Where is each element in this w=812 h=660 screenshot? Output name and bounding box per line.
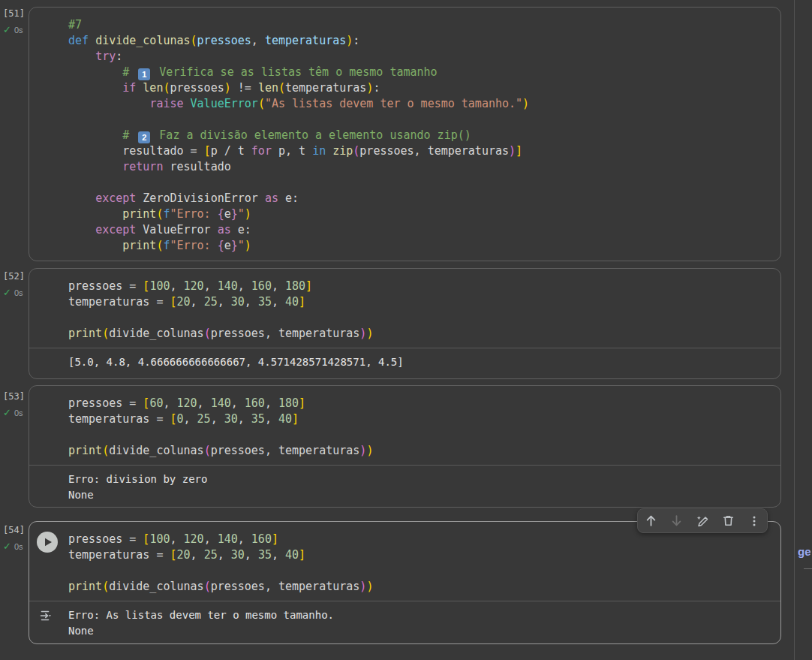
code-token: ) [522,97,529,110]
code-token [68,160,122,173]
code-cell[interactable]: #7def divide_colunas(pressoes, temperatu… [29,7,781,261]
code-token: 35 [251,412,265,426]
code-token: 25 [204,548,218,562]
code-editor[interactable]: pressoes = [100, 120, 140, 160, 180]temp… [29,269,780,348]
move-cell-down-button[interactable] [668,512,686,530]
code-token: , [251,34,265,47]
code-cell[interactable]: pressoes = [100, 120, 140, 160]temperatu… [29,521,781,644]
code-token: ] [299,295,305,309]
code-line: print(divide_colunas(pressoes, temperatu… [68,579,774,595]
execution-time: 0s [14,408,23,417]
arrow-down-icon [669,514,684,528]
code-token: divide_colunas [95,34,190,47]
code-token [68,128,122,142]
execution-count[interactable]: [52] [3,271,29,282]
code-token: " [238,207,245,221]
clipped-panel-link[interactable]: ge [798,545,811,558]
code-token: ] [292,412,299,426]
code-line: resultado = [p / t for p, t in zip(press… [68,143,774,159]
run-cell-button[interactable] [37,532,58,553]
code-line: # 1 Verifica se as listas têm o mesmo ta… [68,65,774,80]
code-token: 140 [211,396,231,410]
success-check-icon: ✓ [3,408,11,417]
code-token: [ [170,548,176,562]
code-token: temperaturas = [68,548,170,562]
code-token: pressoes, temperaturas [211,327,360,340]
code-token: ( [204,327,211,340]
output-line: None [68,487,774,503]
code-token: 30 [224,412,238,426]
code-token: print [68,444,102,457]
execution-time: 0s [14,288,23,297]
code-token [326,144,332,158]
code-line [68,563,774,579]
code-cell[interactable]: pressoes = [100, 120, 140, 160, 180]temp… [29,268,781,379]
code-cell[interactable]: pressoes = [60, 120, 140, 160, 180]tempe… [29,385,781,508]
code-token: 100 [149,532,170,546]
code-token: ) [366,444,373,457]
code-token: , [218,295,231,309]
code-token: ZeroDivisionError [143,191,265,205]
code-token: 35 [258,548,272,562]
output-line: Erro: division by zero [68,472,774,487]
code-token [68,239,122,252]
code-token: ( [204,580,211,593]
code-token: , [204,532,218,546]
code-token: : [353,34,359,47]
code-line: print(f"Erro: {e}") [68,206,774,222]
code-editor[interactable]: #7def divide_colunas(pressoes, temperatu… [29,8,780,260]
code-token: Faz a divisão elemento a elemento usando… [152,128,471,142]
code-token: 0 [177,412,184,426]
code-line: except ValueError as e: [68,222,774,238]
code-token: , [272,548,285,562]
code-token: ValueError [143,223,217,237]
code-token: ( [353,144,359,158]
cell-output: Erro: division by zeroNone [68,472,774,503]
edit-with-ai-button[interactable] [693,512,711,530]
code-token: 140 [218,532,238,546]
cell-gutter: [52] ✓ 0s [3,271,29,297]
code-token: 180 [285,279,305,293]
code-token: , [170,532,183,546]
code-token [68,81,122,95]
code-token: 20 [177,295,191,309]
output-line: Erro: As listas devem ter o mesmo tamanh… [68,607,774,623]
code-line: print(f"Erro: {e}") [68,238,774,254]
code-token: { [218,239,224,252]
code-token: len [258,81,278,95]
cell-gutter: [51] ✓ 0s [3,8,29,35]
keycap-digit-badge: 1 [138,68,150,80]
code-token: print [122,207,156,221]
code-token: : [245,223,251,237]
code-token: def [68,34,95,47]
keycap-digit-badge: 2 [138,131,150,143]
code-token: pressoes, temperaturas [359,144,509,158]
cell-gutter: [54] ✓ 0s [3,525,29,551]
execution-count[interactable]: [54] [3,525,29,535]
code-line [68,310,774,326]
delete-cell-button[interactable] [719,512,737,530]
execution-status: ✓ 0s [3,408,29,417]
code-token: len [143,81,163,95]
code-editor[interactable]: pressoes = [100, 120, 140, 160]temperatu… [29,522,780,601]
execution-count[interactable]: [53] [3,391,29,402]
code-token: : [373,81,380,95]
code-line: #7 [68,17,774,33]
code-token: , [218,548,231,562]
move-cell-up-button[interactable] [642,512,660,530]
output-options-icon[interactable] [38,608,53,626]
code-token: pressoes [197,34,251,47]
code-line: temperaturas = [0, 25, 30, 35, 40] [68,411,774,427]
code-token: e [238,223,245,237]
code-token: ] [516,144,522,158]
code-editor[interactable]: pressoes = [60, 120, 140, 160, 180]tempe… [29,386,780,465]
output-line: [5.0, 4.8, 4.666666666666667, 4.57142857… [68,354,774,370]
code-line: temperaturas = [20, 25, 30, 35, 40] [68,547,774,563]
code-token: p, t [272,144,312,158]
code-token: , [265,396,278,410]
code-token: ) [245,239,251,252]
code-token: e [224,239,231,252]
code-token: temperaturas [265,34,346,47]
more-actions-button[interactable] [745,512,763,530]
execution-count[interactable]: [51] [3,8,29,19]
